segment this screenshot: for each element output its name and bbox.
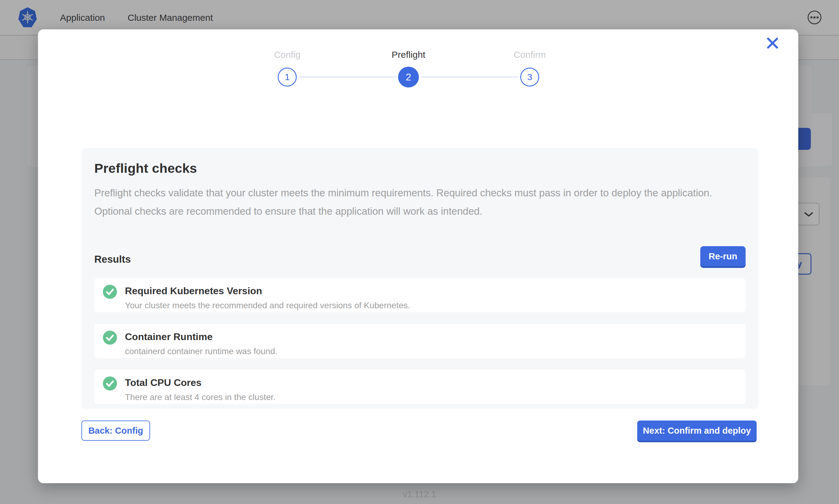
step-circle-preflight[interactable]: 2 bbox=[398, 67, 419, 88]
check-row: Total CPU Cores There are at least 4 cor… bbox=[94, 370, 746, 404]
check-title: Container Runtime bbox=[125, 330, 277, 343]
back-button[interactable]: Back: Config bbox=[82, 420, 150, 441]
step-label-preflight: Preflight bbox=[362, 50, 455, 60]
check-message: containerd container runtime was found. bbox=[125, 346, 277, 356]
step-label-config: Config bbox=[241, 50, 333, 60]
rerun-button[interactable]: Re-run bbox=[700, 246, 746, 266]
check-circle-icon bbox=[103, 330, 117, 345]
next-button[interactable]: Next: Confirm and deploy bbox=[637, 420, 757, 441]
step-circle-confirm[interactable]: 3 bbox=[520, 68, 539, 87]
check-message: Your cluster meets the recommended and r… bbox=[125, 301, 410, 310]
check-circle-icon bbox=[103, 376, 117, 391]
preflight-card: Preflight checks Preflight checks valida… bbox=[82, 148, 758, 409]
stepper: Config Preflight Confirm 1 2 3 bbox=[38, 29, 798, 109]
step-circle-config[interactable]: 1 bbox=[278, 68, 297, 87]
check-title: Total CPU Cores bbox=[125, 376, 276, 389]
check-message: There are at least 4 cores in the cluste… bbox=[125, 392, 276, 402]
step-connector bbox=[421, 76, 519, 78]
check-title: Required Kubernetes Version bbox=[125, 284, 410, 298]
check-circle-icon bbox=[103, 285, 117, 299]
modal-description: Preflight checks validate that your clus… bbox=[94, 184, 733, 220]
preflight-modal: Config Preflight Confirm 1 2 3 Preflight… bbox=[38, 29, 798, 483]
results-bar: Results Re-run bbox=[94, 246, 746, 266]
check-row: Container Runtime containerd container r… bbox=[94, 324, 746, 358]
results-heading: Results bbox=[94, 254, 131, 265]
step-label-confirm: Confirm bbox=[484, 50, 576, 60]
check-row: Required Kubernetes Version Your cluster… bbox=[94, 278, 746, 312]
step-connector bbox=[299, 76, 397, 78]
modal-title: Preflight checks bbox=[94, 161, 746, 176]
